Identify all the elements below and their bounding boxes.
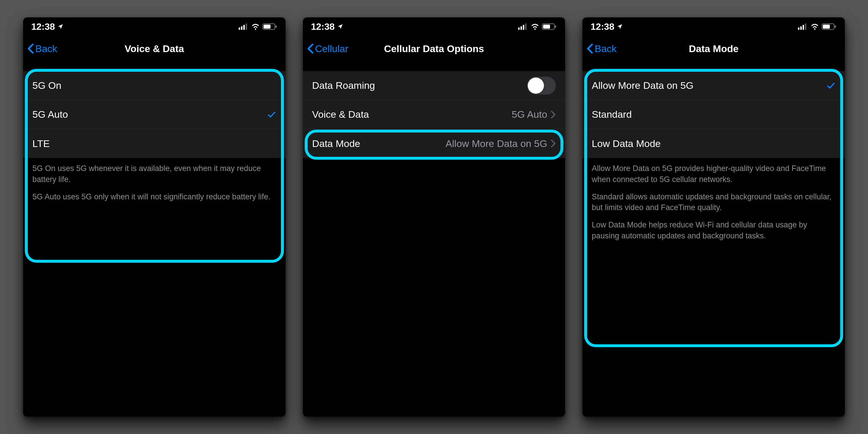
option-5g-on[interactable]: 5G On [23,71,286,100]
status-right [239,24,277,30]
status-bar: 12:38 [582,18,845,36]
svg-rect-13 [555,26,556,28]
page-title: Data Mode [689,43,739,54]
row-label: Voice & Data [312,109,512,120]
row-data-roaming[interactable]: Data Roaming [303,71,565,100]
option-label: 5G Auto [32,109,267,120]
svg-rect-2 [243,25,245,30]
data-mode-option-group: Allow More Data on 5G Standard Low Data … [582,71,845,158]
svg-rect-15 [800,26,802,30]
status-time: 12:38 [311,22,335,32]
back-label: Cellular [315,43,348,54]
location-icon [57,24,64,30]
battery-icon [542,24,556,30]
row-data-mode[interactable]: Data Mode Allow More Data on 5G [303,129,565,158]
status-right [798,24,836,30]
chevron-right-icon [551,111,556,119]
chevron-right-icon [551,140,556,148]
svg-rect-9 [523,25,524,30]
data-roaming-toggle[interactable] [527,77,556,95]
nav-bar: Cellular Cellular Data Options [303,36,565,61]
screen-voice-and-data: 12:38 Back Voice [23,18,286,416]
nav-bar: Back Data Mode [582,36,845,61]
checkmark-icon [267,110,276,119]
row-voice-and-data[interactable]: Voice & Data 5G Auto [303,100,565,129]
option-lte[interactable]: LTE [23,129,286,158]
svg-rect-19 [823,25,830,29]
wifi-icon [810,24,819,30]
wifi-icon [251,24,260,30]
status-time: 12:38 [591,22,614,32]
option-label: 5G On [32,80,276,91]
option-allow-more-5g[interactable]: Allow More Data on 5G [582,71,845,100]
option-low-data[interactable]: Low Data Mode [582,129,845,158]
cellular-signal-icon [518,24,528,30]
svg-rect-6 [275,26,277,28]
back-label: Back [595,43,617,54]
footer-text: Allow More Data on 5G provides higher-qu… [582,158,845,242]
row-label: Data Mode [312,138,445,149]
nav-bar: Back Voice & Data [23,36,286,61]
screen-data-mode: 12:38 Back Data [582,18,845,416]
svg-rect-8 [521,26,522,30]
option-label: Standard [592,109,836,120]
svg-rect-3 [246,24,247,30]
cellular-signal-icon [798,24,808,30]
voice-data-option-group: 5G On 5G Auto LTE [23,71,286,158]
back-button[interactable]: Back [587,36,617,61]
location-icon [617,24,623,30]
row-label: Data Roaming [312,80,527,91]
option-label: Allow More Data on 5G [592,80,826,91]
back-button[interactable]: Back [27,36,57,61]
status-bar: 12:38 [23,18,286,36]
row-value: 5G Auto [512,109,547,120]
svg-rect-5 [264,25,271,29]
svg-rect-1 [241,26,243,30]
option-standard[interactable]: Standard [582,100,845,129]
option-label: LTE [32,138,276,149]
row-value: Allow More Data on 5G [445,138,548,149]
status-bar: 12:38 [303,18,565,36]
battery-icon [262,24,277,30]
wifi-icon [530,24,539,30]
back-button[interactable]: Cellular [307,36,348,61]
svg-rect-17 [805,24,806,30]
option-5g-auto[interactable]: 5G Auto [23,100,286,129]
battery-icon [822,24,836,30]
svg-rect-14 [798,28,799,30]
svg-rect-20 [835,26,836,28]
svg-rect-7 [518,28,520,30]
screen-cellular-data-options: 12:38 Cellular C [303,18,565,416]
svg-rect-16 [803,25,804,30]
status-time: 12:38 [31,22,55,32]
status-right [518,24,556,30]
footer-text: 5G On uses 5G whenever it is available, … [23,158,286,202]
option-label: Low Data Mode [592,138,836,149]
cellular-signal-icon [239,24,249,30]
cellular-options-group: Data Roaming Voice & Data 5G Auto Data M… [303,71,565,158]
back-label: Back [35,43,57,54]
checkmark-icon [826,81,836,90]
location-icon [337,24,343,30]
svg-rect-10 [525,24,527,30]
svg-rect-12 [543,25,550,29]
page-title: Cellular Data Options [384,43,484,54]
svg-rect-0 [239,28,240,30]
page-title: Voice & Data [125,43,184,54]
